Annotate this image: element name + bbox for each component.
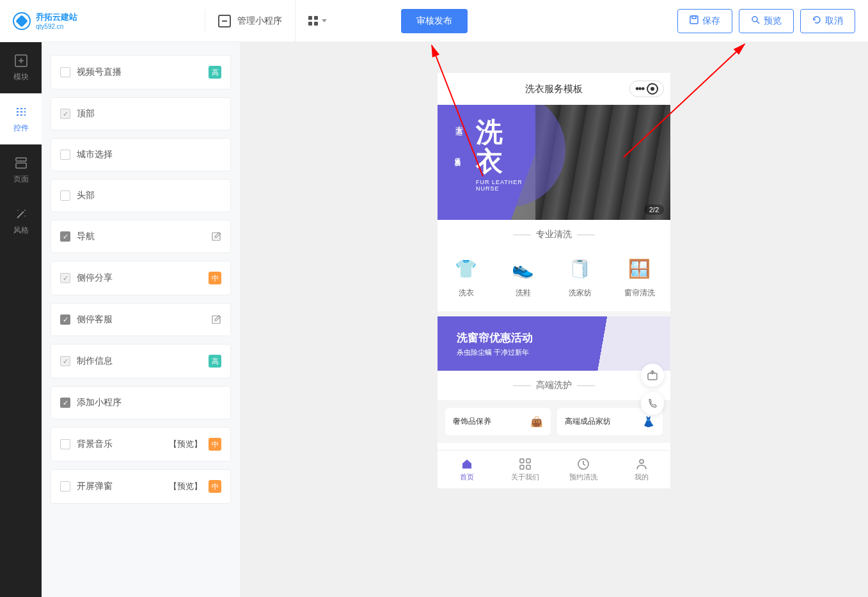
checkbox[interactable] bbox=[60, 67, 70, 77]
premium-row: 奢饰品保养 👜 高端成品家纺 👗 bbox=[438, 400, 670, 443]
save-icon bbox=[690, 15, 698, 26]
carousel-pager: 2/2 bbox=[644, 205, 664, 215]
badge-high: 高 bbox=[209, 355, 221, 368]
control-add-miniapp[interactable]: 添加小程序 bbox=[51, 386, 231, 419]
nav-controls[interactable]: 控件 bbox=[0, 93, 42, 144]
phone-preview: 洗衣服务模板 ••• 十五道 保证洗衣品质 洗 衣 FUR LEATHER bbox=[438, 73, 670, 488]
divider bbox=[205, 10, 205, 33]
clock-icon bbox=[577, 458, 590, 470]
control-make-info[interactable]: 制作信息 高 bbox=[51, 344, 231, 378]
grid-icon bbox=[308, 16, 318, 26]
cancel-button[interactable]: 取消 bbox=[800, 9, 855, 33]
svg-rect-0 bbox=[690, 16, 698, 24]
promo-banner[interactable]: 洗窗帘优惠活动 杀虫除尘螨 干净过新年 bbox=[438, 316, 670, 371]
wand-icon bbox=[14, 207, 28, 221]
checkbox[interactable] bbox=[60, 109, 70, 119]
manage-text: 管理小程序 bbox=[237, 15, 282, 27]
badge-mid: 中 bbox=[209, 438, 221, 451]
checkbox[interactable] bbox=[60, 231, 70, 242]
svg-line-12 bbox=[17, 212, 24, 218]
logo-sub: qty592.cn bbox=[36, 23, 77, 30]
top-header: 乔拓云建站 qty592.cn 管理小程序 审核发布 保存 预览 bbox=[0, 0, 868, 42]
service-shoes[interactable]: 👟 洗鞋 bbox=[510, 256, 536, 298]
edit-icon[interactable] bbox=[211, 314, 221, 325]
control-top[interactable]: 顶部 bbox=[51, 97, 231, 130]
towel-icon: 🧻 bbox=[567, 256, 593, 281]
checkbox[interactable] bbox=[60, 273, 70, 283]
pages-icon bbox=[14, 156, 28, 170]
checkbox[interactable] bbox=[60, 356, 70, 366]
tab-home[interactable]: 首页 bbox=[438, 451, 496, 488]
control-side-share[interactable]: 侧停分享 中 bbox=[51, 261, 231, 295]
publish-button[interactable]: 审核发布 bbox=[401, 9, 468, 33]
service-textile[interactable]: 🧻 洗家纺 bbox=[567, 256, 593, 298]
edit-icon[interactable] bbox=[211, 231, 221, 242]
checkbox[interactable] bbox=[60, 481, 70, 492]
svg-point-2 bbox=[752, 17, 757, 22]
control-splash-popup[interactable]: 开屏弹窗 【预览】 中 bbox=[51, 469, 231, 504]
tab-mine[interactable]: 我的 bbox=[612, 451, 670, 488]
control-video-live[interactable]: 视频号直播 高 bbox=[51, 55, 231, 89]
svg-rect-16 bbox=[212, 233, 220, 240]
bag-icon: 👜 bbox=[530, 415, 543, 428]
control-bgm[interactable]: 背景音乐 【预览】 中 bbox=[51, 427, 231, 461]
target-icon bbox=[647, 83, 658, 95]
nav-pages[interactable]: 页面 bbox=[0, 144, 42, 196]
svg-rect-10 bbox=[16, 158, 26, 161]
logo-area[interactable]: 乔拓云建站 qty592.cn bbox=[13, 12, 192, 30]
checkbox[interactable] bbox=[60, 439, 70, 449]
service-laundry[interactable]: 👕 洗衣 bbox=[454, 256, 479, 298]
controls-panel: 视频号直播 高 顶部 城市选择 头部 导航 侧停分享 中 bbox=[42, 42, 240, 597]
float-buttons bbox=[641, 364, 664, 415]
services-row: 👕 洗衣 👟 洗鞋 🧻 洗家纺 🪟 窗帘清洗 bbox=[438, 249, 670, 311]
logo-icon bbox=[13, 12, 31, 30]
svg-rect-19 bbox=[520, 459, 524, 463]
nav-style[interactable]: 风格 bbox=[0, 196, 42, 247]
share-float-button[interactable] bbox=[641, 364, 664, 387]
app-grid-dropdown[interactable] bbox=[308, 16, 327, 26]
tab-about[interactable]: 关于我们 bbox=[496, 451, 554, 488]
badge-high: 高 bbox=[209, 66, 221, 79]
svg-point-13 bbox=[24, 210, 26, 211]
manage-miniapp-link[interactable]: 管理小程序 bbox=[218, 15, 282, 27]
tabbar: 首页 关于我们 预约清洗 bbox=[438, 450, 670, 488]
svg-point-14 bbox=[17, 210, 19, 211]
hero-banner[interactable]: 十五道 保证洗衣品质 洗 衣 FUR LEATHER NURSE 2/2 bbox=[438, 105, 670, 220]
save-button[interactable]: 保存 bbox=[677, 9, 732, 33]
miniapp-capsule[interactable]: ••• bbox=[629, 81, 664, 97]
checkbox[interactable] bbox=[60, 314, 70, 325]
chart-icon bbox=[218, 15, 231, 27]
divider bbox=[295, 0, 296, 42]
svg-point-24 bbox=[640, 460, 643, 463]
canvas-area: 洗衣服务模板 ••• 十五道 保证洗衣品质 洗 衣 FUR LEATHER bbox=[240, 42, 868, 597]
home-icon bbox=[461, 458, 473, 470]
nav-modules[interactable]: 模块 bbox=[0, 42, 42, 93]
sliders-icon bbox=[14, 105, 28, 119]
section-title-premium: 高端洗护 bbox=[438, 371, 670, 400]
phone-header: 洗衣服务模板 ••• bbox=[438, 73, 670, 105]
plus-square-icon bbox=[14, 54, 28, 68]
preview-label: 【预览】 bbox=[169, 481, 202, 492]
svg-rect-11 bbox=[16, 163, 26, 168]
tab-booking[interactable]: 预约清洗 bbox=[554, 451, 612, 488]
control-side-service[interactable]: 侧停客服 bbox=[51, 303, 231, 336]
preview-button[interactable]: 预览 bbox=[739, 9, 794, 33]
search-icon bbox=[751, 15, 760, 26]
grid-icon bbox=[519, 458, 532, 470]
service-curtain[interactable]: 🪟 窗帘清洗 bbox=[624, 256, 655, 298]
badge-mid: 中 bbox=[209, 272, 221, 284]
svg-rect-1 bbox=[692, 16, 696, 19]
logo-title: 乔拓云建站 bbox=[36, 12, 77, 23]
checkbox[interactable] bbox=[60, 150, 70, 160]
shoe-icon: 👟 bbox=[510, 256, 536, 281]
control-header[interactable]: 头部 bbox=[51, 179, 231, 212]
control-city-select[interactable]: 城市选择 bbox=[51, 138, 231, 171]
checkbox[interactable] bbox=[60, 398, 70, 408]
premium-luxury[interactable]: 奢饰品保养 👜 bbox=[445, 408, 551, 435]
checkbox[interactable] bbox=[60, 190, 70, 201]
phone-float-button[interactable] bbox=[641, 392, 664, 415]
phone-title: 洗衣服务模板 bbox=[525, 83, 583, 95]
svg-rect-20 bbox=[526, 459, 530, 463]
svg-rect-17 bbox=[212, 316, 220, 323]
control-nav[interactable]: 导航 bbox=[51, 220, 231, 253]
